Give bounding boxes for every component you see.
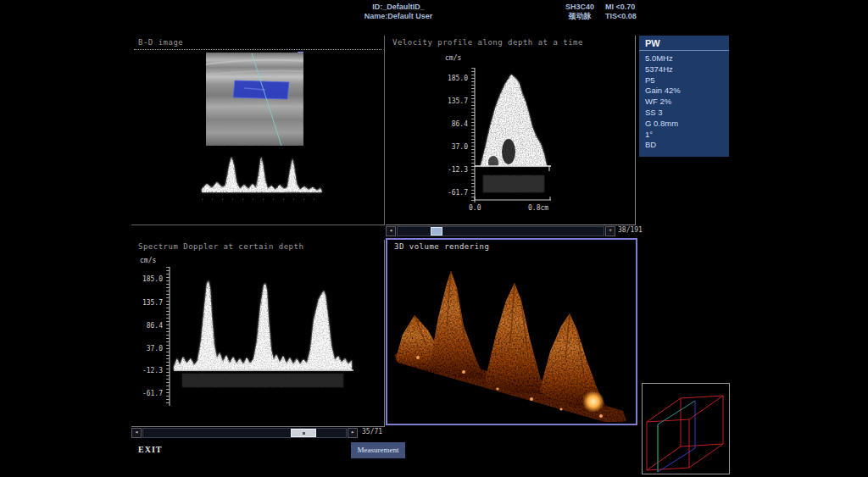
pw-bd: BD — [639, 140, 729, 151]
scroll-left-icon: ◂ — [135, 429, 138, 435]
pw-frequency: 5.0MHz — [639, 53, 729, 64]
doppler-waveform — [174, 280, 352, 370]
quadrant-velocity-profile[interactable]: Velocity profile along depth at a time c… — [386, 36, 636, 225]
cine-top-left-arrow[interactable]: ◂ — [386, 226, 396, 236]
quadrant-spectrum-doppler[interactable]: Spectrum Doppler at certain depth cm/s 1… — [131, 240, 385, 427]
wireframe-cube-icon — [643, 384, 729, 474]
tis-value: TIS<0.08 — [605, 12, 637, 20]
scroll-right-icon: ▸ — [351, 429, 354, 435]
pw-gain: Gain 42% — [639, 86, 729, 97]
patient-info: ID:_DefaultID_Name:Default User — [322, 3, 475, 21]
ultrasound-main-screen: ID:_DefaultID_Name:Default User SH3C40颈动… — [0, 0, 868, 477]
measurement-button[interactable]: Measurement — [351, 442, 405, 458]
quadrant-bd-image[interactable]: B-D image — [131, 36, 385, 225]
acoustic-output: MI <0.70TIS<0.08 — [605, 3, 656, 21]
render-hotspot — [582, 391, 604, 413]
probe-model: SH3C40 — [565, 3, 594, 11]
cine-top-frame-counter: 38/191 — [618, 225, 643, 236]
mi-value: MI <0.70 — [605, 3, 635, 11]
pw-prf: 5374Hz — [639, 64, 729, 75]
scroll-left-icon: ◂ — [389, 227, 392, 234]
volume-rendering-image — [387, 250, 636, 422]
pw-wall-filter: WF 2% — [639, 97, 729, 108]
velocity-profile-plot — [386, 36, 636, 225]
cine-bottom-right-arrow[interactable]: ▸ — [348, 428, 358, 438]
cine-top-track[interactable] — [397, 226, 604, 236]
probe-info: SH3C40颈动脉 — [554, 3, 606, 21]
bd-spectral-trace — [195, 150, 348, 211]
cine-bottom-frame-counter: 35/71 — [362, 427, 382, 437]
spectrum-doppler-plot — [131, 240, 385, 427]
pw-power: P5 — [639, 75, 729, 86]
cine-bottom-left-arrow[interactable]: ◂ — [131, 428, 142, 438]
bd-separator — [134, 49, 381, 50]
cine-top-thumb[interactable] — [431, 227, 442, 236]
exam-preset: 颈动脉 — [569, 12, 592, 20]
cine-bottom-thumb[interactable] — [291, 429, 316, 437]
patient-name: Name:Default User — [364, 12, 433, 20]
pw-mode-label: PW — [639, 36, 729, 51]
pw-parameter-panel: PW 5.0MHz 5374Hz P5 Gain 42% WF 2% SS 3 … — [639, 36, 729, 157]
plus-icon: + — [609, 227, 612, 234]
exit-button[interactable]: EXIT — [138, 445, 162, 454]
thumb-grip-icon — [303, 432, 305, 435]
pw-angle: 1° — [639, 130, 729, 141]
cine-top-right-arrow[interactable]: + — [605, 226, 615, 236]
bd-image-title: B-D image — [138, 38, 183, 47]
volume-orientation-cube[interactable] — [642, 383, 730, 474]
pw-gate: G 0.8mm — [639, 119, 729, 130]
quadrant-3d-volume[interactable]: 3D volume rendering — [386, 238, 637, 425]
pw-ss: SS 3 — [639, 108, 729, 119]
patient-id: ID:_DefaultID_ — [372, 3, 425, 11]
bmode-ultrasound-image — [206, 53, 303, 146]
